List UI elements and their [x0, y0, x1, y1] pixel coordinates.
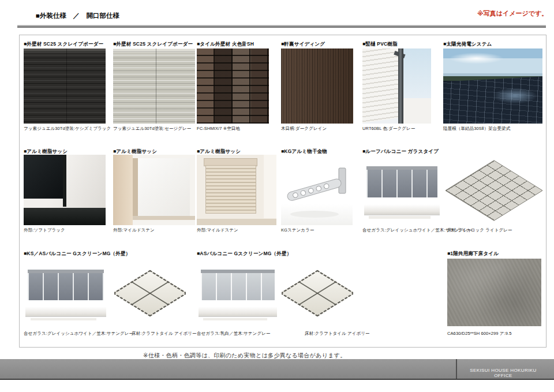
product-label: ■ASバルコニー GスクリーンMG（外壁） — [197, 251, 291, 257]
product-caption: URT60BL 色:ダークグレー — [362, 126, 415, 132]
as-balcony-photo — [197, 259, 279, 327]
tile-grid — [282, 270, 353, 317]
product-label: ■軒裏サイディング — [281, 41, 325, 48]
photo-note: ※写真はイメージです。 — [477, 9, 548, 18]
ks-as-balcony-photo — [24, 259, 108, 327]
window-sill — [133, 216, 195, 220]
window-frame — [24, 208, 106, 226]
product-caption: FC-SHMIX/7 ※空目地 — [197, 126, 240, 132]
window-glass — [24, 155, 65, 199]
spec-sheet-page: { "header": { "title": "■外装仕様 ／ 開口部仕様", … — [0, 0, 554, 392]
balcony-shadow — [369, 216, 431, 219]
eaves-siding-swatch — [281, 48, 353, 124]
header-rule — [17, 25, 546, 28]
laundry-bracket-photo — [281, 155, 353, 225]
balcony-glass — [366, 170, 437, 198]
page-title: ■外装仕様 ／ 開口部仕様 — [36, 12, 119, 20]
sash-mild-photo — [113, 155, 195, 225]
balcony-base — [25, 300, 106, 316]
balcony-shadow — [203, 318, 267, 321]
product-caption: 木目柄:ダークグレイン — [281, 126, 327, 132]
siding-texture — [362, 48, 402, 124]
wall-area — [400, 98, 431, 124]
product-caption: 合せガラス:グレイッシュホワイト／笠木:サテングレー — [24, 331, 133, 337]
product-caption: 外部:ソフトブラック — [24, 227, 65, 233]
solar-panel-photo — [443, 48, 542, 124]
product-caption: 合せガラス:乳白／笠木:サテングレー — [197, 331, 271, 337]
roof-balcony-photo — [362, 155, 441, 225]
footer-divider — [456, 359, 457, 379]
window-glass — [138, 158, 190, 216]
downspout-photo — [362, 48, 431, 124]
sash-shutter-photo — [197, 155, 276, 225]
product-caption: 床材:クラフトタイル アイボリー — [132, 331, 197, 337]
product-caption: CA630/D25**SH 600×299 ア:9.5 — [447, 331, 512, 337]
wall-area — [264, 155, 276, 218]
pipe-body — [398, 48, 404, 124]
window-rail — [63, 155, 66, 207]
product-caption: 外部:マイルドステン — [113, 227, 155, 233]
ks-as-floor-tile-photo — [114, 260, 186, 327]
print-disclaimer: ※仕様・色柄・色調等は、印刷のため実物とは多少異なる場合があります。 — [143, 352, 346, 360]
tile-grid — [114, 270, 186, 317]
product-label: ■太陽光発電システム — [443, 41, 492, 48]
product-label: ■外壁材 SC25 スクレイプボーダー — [24, 41, 103, 48]
shutter-slats — [205, 165, 256, 214]
sun-glint — [493, 88, 537, 104]
balcony-glass — [28, 273, 103, 300]
balcony-shadow — [31, 318, 96, 321]
footer-office-label: SEKISUI HOUSE HOKURIKU OFFICE — [461, 368, 546, 378]
corridor-floor-tile-swatch — [447, 259, 541, 326]
product-caption: 陸屋根（単結晶30SⅡ）架台受梁式 — [443, 126, 510, 132]
product-label: ■KS／ASバルコニー GスクリーンMG（外壁） — [24, 251, 130, 257]
product-caption: 外部:マイルドステン — [197, 227, 238, 233]
product-caption: フッ素ジュエル30Td塗装:セージグレー — [113, 126, 191, 132]
balcony-floor-tile-photo — [446, 155, 542, 226]
tile-grid — [446, 160, 542, 221]
exterior-wall-dark-swatch — [24, 48, 106, 124]
sash-black-photo — [24, 155, 106, 225]
product-label: ■竪樋 PVC樹脂 — [362, 41, 398, 48]
product-label: ■タイル外壁材 火色音SH — [197, 41, 254, 48]
window-frame — [133, 158, 138, 216]
product-caption: 床材:ライカロック ライトグレー — [447, 227, 512, 233]
laundry-bracket-drawing — [281, 155, 353, 225]
floor-area — [197, 219, 276, 225]
tile-wall-swatch — [197, 48, 269, 124]
wall-area — [113, 155, 133, 225]
as-floor-tile-photo — [282, 260, 353, 327]
product-label: ■1階共用廊下床タイル — [447, 251, 499, 257]
exterior-wall-sage-swatch — [113, 48, 195, 124]
cloud — [449, 53, 504, 65]
product-label: ■外壁材 SC25 スクレイプボーダー — [113, 41, 193, 48]
balcony-base — [364, 197, 440, 214]
balcony-base — [199, 300, 277, 316]
product-caption: フッ素ジュエル30Td塗装:ケシズミブラック — [24, 126, 111, 132]
product-caption: KGステンカラー — [281, 227, 315, 233]
balcony-glass — [201, 273, 275, 300]
product-caption: 床材:クラフトタイル アイボリー — [305, 331, 370, 337]
